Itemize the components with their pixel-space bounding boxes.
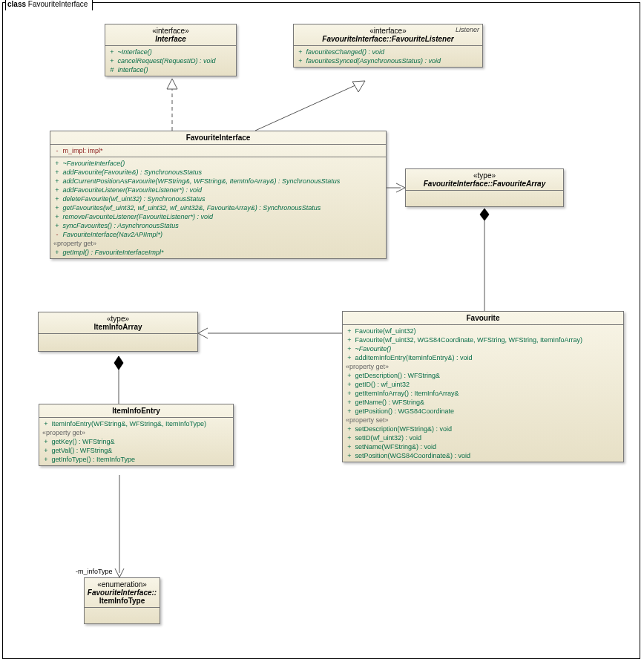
class-name: FavouriteInterface::FavouriteArray [409, 180, 560, 188]
operation-row: + syncFavourites() : AsynchronousStatus [53, 221, 383, 230]
operation-row: + favouritesChanged() : void [297, 47, 479, 56]
operation-row: + getItemInfoArray() : ItemInfoArray& [346, 389, 620, 398]
operation-row: + removeFavouriteListener(FavouriteListe… [53, 212, 383, 221]
operation-row: + getFavourites(wf_uint32, wf_uint32, wf… [53, 203, 383, 212]
operation-row: + ~FavouriteInterface() [53, 159, 383, 168]
class-name: ItemInfoEntry [42, 407, 230, 415]
class-favinterface-attrs: - m_impl: impl* [50, 144, 386, 157]
class-favourite-listener: Listener «interface» FavouriteInterface:… [293, 24, 483, 68]
class-name: FavouriteInterface:: [86, 589, 158, 597]
operation-row: + addFavourite(Favourite&) : Synchronous… [53, 168, 383, 177]
class-favourite-ops: + Favourite(wf_uint32) + Favourite(wf_ui… [343, 324, 623, 462]
class-favinterface-title: FavouriteInterface [50, 131, 386, 144]
property-get-label: «property get» [53, 239, 383, 248]
stereotype-label: «type» [42, 315, 194, 323]
operation-row: + getPosition() : WGS84Coordinate [346, 407, 620, 416]
listener-corner-label: Listener [456, 26, 479, 33]
class-favarray-title: «type» FavouriteInterface::FavouriteArra… [406, 169, 563, 190]
attribute-row: - m_impl: impl* [53, 146, 383, 155]
empty-section [85, 607, 160, 623]
operation-row: + setName(WFString&) : void [346, 442, 620, 451]
stereotype-label: «interface» [108, 27, 233, 35]
class-iteminfoentry-ops: + ItemInfoEntry(WFString&, WFString&, It… [39, 417, 233, 465]
class-interface: «interface» Interface + ~Interface() + c… [105, 24, 237, 76]
class-name: ItemInfoArray [42, 323, 194, 331]
operation-row: + Favourite(wf_uint32, WGS84Coordinate, … [346, 335, 620, 344]
operation-row: + addCurrentPositionAsFavourite(WFString… [53, 177, 383, 186]
class-iteminfotype-title: «enumeration» FavouriteInterface:: ItemI… [85, 578, 160, 607]
operation-row: + getDescription() : WFString& [346, 371, 620, 380]
diagram-canvas: class FavouriteInterface «interface» Int… [0, 0, 644, 662]
class-iteminfoarray-title: «type» ItemInfoArray [39, 312, 197, 333]
empty-section [39, 333, 197, 351]
operation-row: + getName() : WFString& [346, 398, 620, 407]
class-item-info-array: «type» ItemInfoArray [38, 312, 198, 352]
class-favinterface-ops: + ~FavouriteInterface() + addFavourite(F… [50, 157, 386, 258]
operation-row: + getID() : wf_uint32 [346, 380, 620, 389]
class-name: Favourite [346, 314, 620, 322]
class-listener-title: «interface» FavouriteInterface::Favourit… [294, 24, 482, 45]
stereotype-label: «type» [409, 171, 560, 180]
operation-row: + getImpl() : FavouriteInterfaceImpl* [53, 248, 383, 257]
operation-row: + setDescription(WFString&) : void [346, 425, 620, 433]
class-item-info-type: «enumeration» FavouriteInterface:: ItemI… [84, 577, 160, 624]
operation-row: + Favourite(wf_uint32) [346, 327, 620, 335]
operation-row: - FavouriteInterface(Nav2APIImpl*) [53, 230, 383, 239]
class-favourite-interface: FavouriteInterface - m_impl: impl* + ~Fa… [50, 131, 387, 259]
operation-row: + deleteFavourite(wf_uint32) : Synchrono… [53, 194, 383, 203]
operation-row: + getInfoType() : ItemInfoType [42, 455, 230, 464]
operation-row: + ~Interface() [108, 47, 233, 56]
class-favourite: Favourite + Favourite(wf_uint32) + Favou… [342, 311, 624, 462]
operation-row: + setID(wf_uint32) : void [346, 433, 620, 442]
frame-keyword: class [7, 0, 26, 8]
class-name-line2: ItemInfoType [86, 597, 158, 605]
stereotype-label: «enumeration» [86, 580, 158, 589]
property-set-label: «property set» [346, 416, 620, 425]
operation-row: + getKey() : WFString& [42, 437, 230, 446]
operation-row: + ItemInfoEntry(WFString&, WFString&, It… [42, 419, 230, 428]
frame-name: FavouriteInterface [28, 0, 88, 8]
class-listener-ops: + favouritesChanged() : void + favourite… [294, 45, 482, 67]
operation-row: + addFavouriteListener(FavouriteListener… [53, 186, 383, 194]
operation-row: + favouritesSynced(AsynchronousStatus) :… [297, 56, 479, 65]
operation-row: # Interface() [108, 65, 233, 74]
class-favourite-array: «type» FavouriteInterface::FavouriteArra… [405, 168, 564, 207]
operation-row: + addItemInfoEntry(ItemInfoEntry&) : voi… [346, 353, 620, 362]
class-interface-ops: + ~Interface() + cancelRequest(RequestID… [105, 45, 236, 76]
class-interface-title: «interface» Interface [105, 24, 236, 45]
class-name: FavouriteInterface::FavouriteListener [297, 35, 479, 43]
class-item-info-entry: ItemInfoEntry + ItemInfoEntry(WFString&,… [39, 404, 234, 466]
operation-row: + ~Favourite() [346, 344, 620, 353]
operation-row: + getVal() : WFString& [42, 446, 230, 455]
association-label-minfotype: -m_infoType [76, 568, 113, 575]
operation-row: + setPosition(WGS84Coordinate&) : void [346, 451, 620, 460]
operation-row: + cancelRequest(RequestID) : void [108, 56, 233, 65]
class-favourite-title: Favourite [343, 312, 623, 324]
frame-title-tab: class FavouriteInterface [5, 0, 93, 10]
property-get-label: «property get» [346, 362, 620, 371]
property-get-label: «property get» [42, 428, 230, 437]
class-name: FavouriteInterface [53, 134, 383, 142]
stereotype-label: «interface» [297, 27, 479, 35]
empty-section [406, 190, 563, 206]
class-iteminfoentry-title: ItemInfoEntry [39, 404, 233, 417]
class-name: Interface [108, 35, 233, 43]
